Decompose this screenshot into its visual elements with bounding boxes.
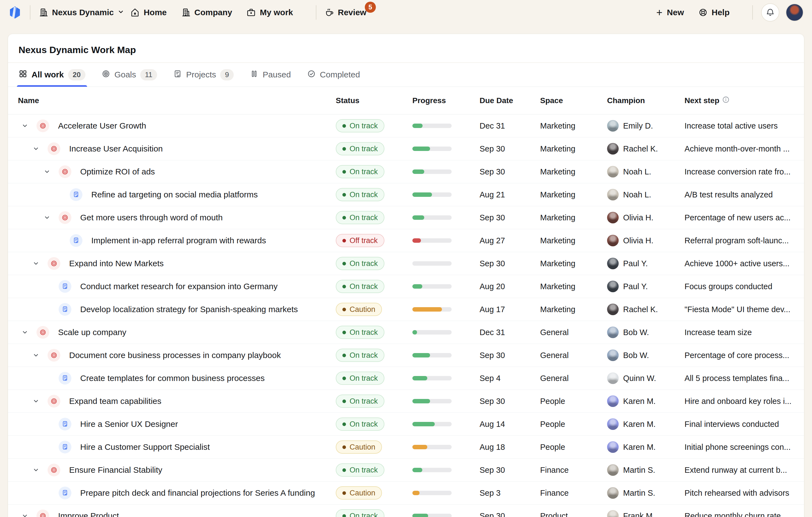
expand-chevron-icon[interactable] (22, 513, 28, 517)
table-row[interactable]: Hire a Senior UX Designer On track Aug 1… (8, 413, 804, 436)
tab-completed[interactable]: Completed (307, 63, 360, 87)
row-type-icon (59, 303, 71, 316)
nav-item-company[interactable]: Company (181, 8, 232, 17)
tab-label: All work (31, 70, 64, 79)
column-header-name[interactable]: Name (18, 96, 336, 105)
row-due-date: Sep 30 (480, 259, 540, 268)
row-type-icon (36, 119, 49, 132)
row-progress-cell (412, 261, 480, 266)
tab-all-work[interactable]: All work 20 (19, 63, 85, 87)
table-row[interactable]: Improve Product On track Sep 30 Product … (8, 505, 804, 517)
row-progress-cell (412, 284, 480, 288)
column-header-space[interactable]: Space (540, 96, 607, 105)
table-row[interactable]: Expand into New Markets On track Sep 30 … (8, 252, 804, 275)
table-row[interactable]: Conduct market research for expansion in… (8, 275, 804, 298)
expand-chevron-icon[interactable] (44, 214, 50, 221)
table-row[interactable]: Implement in-app referral program with r… (8, 229, 804, 252)
status-label: Off track (350, 236, 378, 245)
row-name-cell: Hire a Customer Support Specialist (18, 441, 336, 453)
tabs: All work 20 Goals 11 Projects 9 Paused C… (8, 62, 804, 87)
tab-count-badge: 20 (68, 69, 85, 81)
column-header-progress[interactable]: Progress (412, 96, 480, 105)
tab-paused[interactable]: Paused (250, 63, 291, 87)
table-row[interactable]: Prepare pitch deck and financial project… (8, 482, 804, 505)
expand-chevron-icon[interactable] (33, 398, 39, 404)
table-row[interactable]: Hire a Customer Support Specialist Cauti… (8, 436, 804, 459)
row-name: Refine ad targeting on social media plat… (91, 190, 258, 199)
tab-count-badge: 11 (140, 69, 157, 81)
progress-fill (412, 147, 430, 151)
row-progress-cell (412, 192, 480, 197)
progress-fill (412, 307, 442, 312)
row-due-date: Sep 30 (480, 397, 540, 406)
row-champion-cell: Martin S. (607, 464, 685, 476)
table-row[interactable]: Develop localization strategy for Spanis… (8, 298, 804, 321)
new-button[interactable]: + New (656, 7, 684, 18)
row-name: Develop localization strategy for Spanis… (80, 305, 298, 314)
row-next-step: Increase conversion rate fro... (685, 167, 794, 176)
avatar (607, 304, 619, 315)
nav-label: My work (260, 8, 293, 17)
new-label: New (667, 8, 684, 17)
nav-item-my-work[interactable]: My work (246, 8, 293, 17)
column-header-status[interactable]: Status (336, 96, 412, 105)
status-dot-icon (342, 285, 346, 288)
status-badge: On track (336, 348, 384, 362)
tab-icon (102, 69, 110, 80)
column-header-due-date[interactable]: Due Date (480, 96, 540, 105)
expand-chevron-icon[interactable] (22, 329, 28, 336)
table-row[interactable]: Accelerate User Growth On track Dec 31 M… (8, 115, 804, 138)
row-space: Finance (540, 465, 607, 475)
briefcase-icon (246, 8, 256, 17)
row-space: Marketing (540, 305, 607, 314)
expand-chevron-icon[interactable] (33, 352, 39, 359)
row-champion-cell: Karen M. (607, 418, 685, 430)
status-label: On track (350, 122, 378, 130)
table-row[interactable]: Get more users through word of mouth On … (8, 206, 804, 229)
notifications-button[interactable] (761, 3, 779, 22)
tab-icon (173, 69, 182, 80)
row-name: Optimize ROI of ads (80, 167, 155, 176)
expand-chevron-icon[interactable] (33, 145, 39, 152)
expand-chevron-icon[interactable] (44, 169, 50, 175)
row-progress-cell (412, 376, 480, 381)
app-logo-icon[interactable] (8, 6, 22, 19)
column-header-next-step[interactable]: Next step (685, 96, 794, 105)
table-row[interactable]: Refine ad targeting on social media plat… (8, 183, 804, 206)
progress-fill (412, 284, 422, 288)
row-next-step: A/B test results analyzed (685, 190, 794, 199)
row-next-step: Referral program soft-launc... (685, 236, 794, 245)
status-dot-icon (342, 308, 346, 311)
row-due-date: Sep 30 (480, 351, 540, 360)
status-badge: On track (336, 509, 384, 517)
progress-bar (412, 124, 452, 128)
user-avatar[interactable] (785, 3, 804, 22)
table-row[interactable]: Increase User Acquisition On track Sep 3… (8, 138, 804, 160)
table-row[interactable]: Ensure Financial Stability On track Sep … (8, 459, 804, 482)
expand-chevron-icon[interactable] (33, 467, 39, 473)
expand-chevron-icon[interactable] (22, 122, 28, 129)
table-row[interactable]: Create templates for common business pro… (8, 367, 804, 390)
tab-projects[interactable]: Projects 9 (173, 63, 234, 87)
help-button[interactable]: Help (698, 8, 730, 17)
nav-item-home[interactable]: Home (130, 8, 167, 17)
expand-chevron-icon[interactable] (33, 260, 39, 267)
status-label: On track (350, 190, 378, 199)
table-row[interactable]: Expand team capabilities On track Sep 30… (8, 390, 804, 413)
column-header-champion[interactable]: Champion (607, 96, 685, 105)
table-row[interactable]: Optimize ROI of ads On track Sep 30 Mark… (8, 160, 804, 183)
nav-item-review[interactable]: Review 5 (325, 8, 367, 17)
status-badge: On track (336, 119, 384, 132)
workspace-switcher[interactable]: Nexus Dynamic (39, 8, 124, 17)
table-row[interactable]: Document core business processes in comp… (8, 344, 804, 367)
row-due-date: Aug 14 (480, 420, 540, 429)
status-label: On track (350, 213, 378, 222)
status-label: On track (350, 374, 378, 383)
row-space: General (540, 328, 607, 337)
table-row[interactable]: Scale up company On track Dec 31 General… (8, 321, 804, 344)
row-type-icon (48, 257, 60, 270)
row-space: Marketing (540, 282, 607, 291)
status-badge: On track (336, 372, 384, 385)
tab-label: Completed (320, 70, 360, 79)
tab-goals[interactable]: Goals 11 (102, 63, 157, 87)
